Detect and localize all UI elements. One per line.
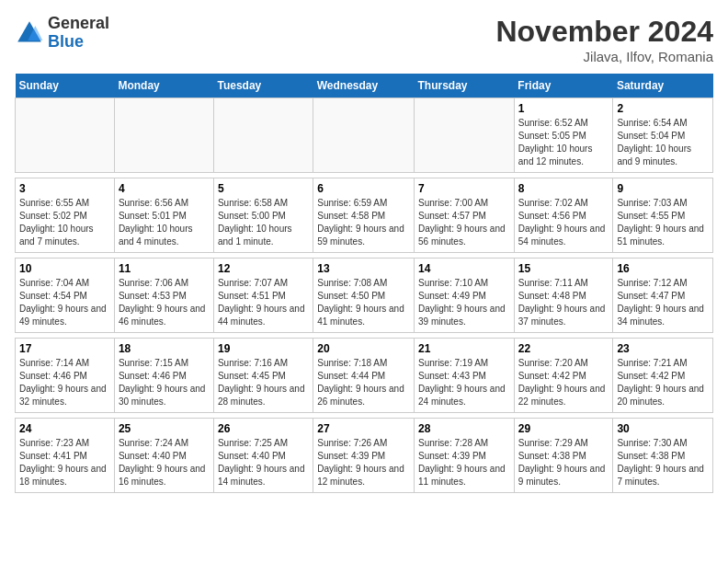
calendar-cell: 1Sunrise: 6:52 AM Sunset: 5:05 PM Daylig…	[514, 98, 613, 173]
logo-icon	[15, 18, 44, 48]
calendar-cell: 27Sunrise: 7:26 AM Sunset: 4:39 PM Dayli…	[313, 419, 415, 493]
day-info: Sunrise: 7:20 AM Sunset: 4:42 PM Dayligh…	[518, 357, 609, 408]
day-info: Sunrise: 7:00 AM Sunset: 4:57 PM Dayligh…	[418, 197, 510, 248]
calendar-cell: 12Sunrise: 7:07 AM Sunset: 4:51 PM Dayli…	[213, 259, 313, 333]
calendar-cell: 21Sunrise: 7:19 AM Sunset: 4:43 PM Dayli…	[415, 339, 515, 413]
day-info: Sunrise: 7:24 AM Sunset: 4:40 PM Dayligh…	[119, 437, 210, 488]
day-info: Sunrise: 7:25 AM Sunset: 4:40 PM Dayligh…	[218, 437, 309, 488]
title-area: November 2024 Jilava, Ilfov, Romania	[495, 15, 713, 64]
calendar-cell: 24Sunrise: 7:23 AM Sunset: 4:41 PM Dayli…	[16, 419, 115, 493]
day-info: Sunrise: 7:03 AM Sunset: 4:55 PM Dayligh…	[617, 197, 709, 248]
day-number: 8	[518, 182, 609, 195]
weekday-header-row: SundayMondayTuesdayWednesdayThursdayFrid…	[16, 74, 713, 98]
calendar-cell: 13Sunrise: 7:08 AM Sunset: 4:50 PM Dayli…	[313, 259, 415, 333]
calendar-cell: 16Sunrise: 7:12 AM Sunset: 4:47 PM Dayli…	[613, 259, 713, 333]
day-number: 9	[617, 182, 709, 195]
day-number: 27	[317, 422, 410, 435]
calendar-cell: 15Sunrise: 7:11 AM Sunset: 4:48 PM Dayli…	[514, 259, 613, 333]
day-info: Sunrise: 7:06 AM Sunset: 4:53 PM Dayligh…	[119, 277, 210, 328]
day-number: 14	[418, 262, 510, 275]
day-info: Sunrise: 7:07 AM Sunset: 4:51 PM Dayligh…	[218, 277, 309, 328]
day-info: Sunrise: 7:23 AM Sunset: 4:41 PM Dayligh…	[19, 437, 110, 488]
day-number: 11	[119, 262, 210, 275]
month-title: November 2024	[495, 15, 713, 49]
day-number: 4	[119, 182, 210, 195]
day-info: Sunrise: 7:02 AM Sunset: 4:56 PM Dayligh…	[518, 197, 609, 248]
day-info: Sunrise: 7:28 AM Sunset: 4:39 PM Dayligh…	[418, 437, 510, 488]
day-info: Sunrise: 7:10 AM Sunset: 4:49 PM Dayligh…	[418, 277, 510, 328]
weekday-header-friday: Friday	[514, 74, 613, 98]
week-row-5: 24Sunrise: 7:23 AM Sunset: 4:41 PM Dayli…	[16, 419, 713, 493]
day-number: 16	[617, 262, 709, 275]
calendar-cell: 19Sunrise: 7:16 AM Sunset: 4:45 PM Dayli…	[213, 339, 313, 413]
calendar-cell: 29Sunrise: 7:29 AM Sunset: 4:38 PM Dayli…	[514, 419, 613, 493]
day-number: 25	[119, 422, 210, 435]
logo: General Blue	[15, 15, 109, 52]
calendar-cell: 2Sunrise: 6:54 AM Sunset: 5:04 PM Daylig…	[613, 98, 713, 173]
day-info: Sunrise: 7:08 AM Sunset: 4:50 PM Dayligh…	[317, 277, 410, 328]
day-number: 22	[518, 342, 609, 355]
day-number: 23	[617, 342, 709, 355]
day-info: Sunrise: 7:29 AM Sunset: 4:38 PM Dayligh…	[518, 437, 609, 488]
day-number: 28	[418, 422, 510, 435]
day-info: Sunrise: 6:54 AM Sunset: 5:04 PM Dayligh…	[617, 117, 709, 168]
day-info: Sunrise: 7:26 AM Sunset: 4:39 PM Dayligh…	[317, 437, 410, 488]
calendar-cell: 3Sunrise: 6:55 AM Sunset: 5:02 PM Daylig…	[16, 178, 115, 253]
calendar-cell: 23Sunrise: 7:21 AM Sunset: 4:42 PM Dayli…	[613, 339, 713, 413]
day-number: 30	[617, 422, 709, 435]
day-number: 17	[19, 342, 110, 355]
day-info: Sunrise: 7:15 AM Sunset: 4:46 PM Dayligh…	[119, 357, 210, 408]
calendar-cell: 8Sunrise: 7:02 AM Sunset: 4:56 PM Daylig…	[514, 178, 613, 253]
day-info: Sunrise: 7:16 AM Sunset: 4:45 PM Dayligh…	[218, 357, 309, 408]
day-number: 2	[617, 102, 709, 115]
day-number: 24	[19, 422, 110, 435]
calendar-cell	[114, 98, 213, 173]
calendar-table: SundayMondayTuesdayWednesdayThursdayFrid…	[15, 74, 713, 493]
day-number: 20	[317, 342, 410, 355]
weekday-header-wednesday: Wednesday	[313, 74, 415, 98]
day-number: 10	[19, 262, 110, 275]
weekday-header-saturday: Saturday	[613, 74, 713, 98]
calendar-cell: 30Sunrise: 7:30 AM Sunset: 4:38 PM Dayli…	[613, 419, 713, 493]
week-row-2: 3Sunrise: 6:55 AM Sunset: 5:02 PM Daylig…	[16, 178, 713, 253]
day-info: Sunrise: 7:19 AM Sunset: 4:43 PM Dayligh…	[418, 357, 510, 408]
day-number: 13	[317, 262, 410, 275]
calendar-cell: 11Sunrise: 7:06 AM Sunset: 4:53 PM Dayli…	[114, 259, 213, 333]
header: General Blue November 2024 Jilava, Ilfov…	[15, 15, 713, 64]
calendar-cell: 20Sunrise: 7:18 AM Sunset: 4:44 PM Dayli…	[313, 339, 415, 413]
week-row-4: 17Sunrise: 7:14 AM Sunset: 4:46 PM Dayli…	[16, 339, 713, 413]
calendar-cell	[16, 98, 115, 173]
weekday-header-monday: Monday	[114, 74, 213, 98]
day-info: Sunrise: 6:55 AM Sunset: 5:02 PM Dayligh…	[19, 197, 110, 248]
day-number: 21	[418, 342, 510, 355]
logo-blue-text: Blue	[48, 32, 84, 51]
weekday-header-sunday: Sunday	[16, 74, 115, 98]
logo-general-text: General	[48, 14, 109, 32]
day-number: 15	[518, 262, 609, 275]
day-info: Sunrise: 7:04 AM Sunset: 4:54 PM Dayligh…	[19, 277, 110, 328]
calendar-cell: 26Sunrise: 7:25 AM Sunset: 4:40 PM Dayli…	[213, 419, 313, 493]
day-number: 1	[518, 102, 609, 115]
day-info: Sunrise: 7:21 AM Sunset: 4:42 PM Dayligh…	[617, 357, 709, 408]
calendar-cell: 18Sunrise: 7:15 AM Sunset: 4:46 PM Dayli…	[114, 339, 213, 413]
day-info: Sunrise: 7:18 AM Sunset: 4:44 PM Dayligh…	[317, 357, 410, 408]
day-number: 5	[218, 182, 309, 195]
week-row-3: 10Sunrise: 7:04 AM Sunset: 4:54 PM Dayli…	[16, 259, 713, 333]
day-number: 3	[19, 182, 110, 195]
day-number: 19	[218, 342, 309, 355]
day-info: Sunrise: 7:11 AM Sunset: 4:48 PM Dayligh…	[518, 277, 609, 328]
day-number: 7	[418, 182, 510, 195]
day-info: Sunrise: 6:58 AM Sunset: 5:00 PM Dayligh…	[218, 197, 309, 248]
location-title: Jilava, Ilfov, Romania	[495, 49, 713, 64]
calendar-cell	[313, 98, 415, 173]
calendar-cell: 22Sunrise: 7:20 AM Sunset: 4:42 PM Dayli…	[514, 339, 613, 413]
calendar-cell: 14Sunrise: 7:10 AM Sunset: 4:49 PM Dayli…	[415, 259, 515, 333]
calendar-cell: 6Sunrise: 6:59 AM Sunset: 4:58 PM Daylig…	[313, 178, 415, 253]
calendar-cell: 28Sunrise: 7:28 AM Sunset: 4:39 PM Dayli…	[415, 419, 515, 493]
day-number: 12	[218, 262, 309, 275]
day-number: 29	[518, 422, 609, 435]
day-info: Sunrise: 7:12 AM Sunset: 4:47 PM Dayligh…	[617, 277, 709, 328]
calendar-cell: 5Sunrise: 6:58 AM Sunset: 5:00 PM Daylig…	[213, 178, 313, 253]
week-row-1: 1Sunrise: 6:52 AM Sunset: 5:05 PM Daylig…	[16, 98, 713, 173]
calendar-cell: 17Sunrise: 7:14 AM Sunset: 4:46 PM Dayli…	[16, 339, 115, 413]
